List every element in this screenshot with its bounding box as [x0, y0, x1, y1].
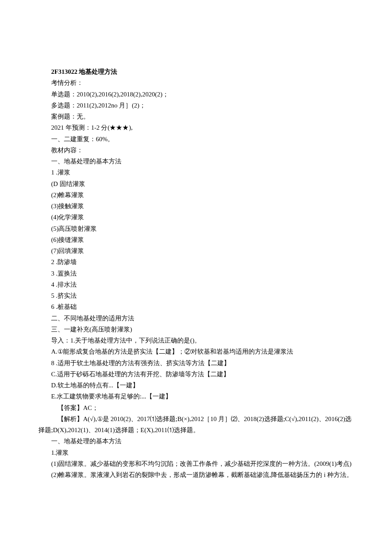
method-4: 4 .排水法 — [38, 279, 354, 290]
document-page: 2F313022 地基处理方法 考情分析： 单选题：2010(2),2016(2… — [0, 0, 392, 555]
analysis-line: 【解析】A(√),①是 2010(2)、2017⑴选择题;B(×),2012［1… — [38, 413, 354, 436]
option-c: C.适用于砂砾石地基处理的方法有开挖、防渗墙等方法【二建】 — [38, 369, 354, 380]
method-section-1-header: 一、地基处理的基本方法 — [38, 156, 354, 167]
grouting-header: 1 .灌浆 — [38, 167, 354, 178]
option-d: D.软土地基的特点有...【一建】 — [38, 380, 354, 391]
textbook-header: 教材内容： — [38, 145, 354, 156]
grouting-item-5: (5)高压喷射灌浆 — [38, 223, 354, 234]
repeat-section-1-header: 一、地基处理的基本方法 — [38, 436, 354, 447]
repeat-grouting-header: 1.灌浆 — [38, 447, 354, 458]
section-code-title: 2F313022 地基处理方法 — [38, 66, 354, 77]
grouting-item-7: (7)回填灌浆 — [38, 245, 354, 256]
overlap-line: 一、二建重复：60%。 — [38, 134, 354, 145]
method-section-3-header: 三、一建补充(高压喷射灌浆) — [38, 324, 354, 335]
answer-line: 【答案】AC； — [38, 402, 354, 413]
detail-2: (2)帷幕灌浆。浆液灌入到岩石的裂隙中去，形成一道防渗帷幕，截断基础渗流,降低基… — [38, 469, 354, 480]
grouting-item-1: (D 固结灌浆 — [38, 178, 354, 189]
grouting-item-4: (4)化学灌浆 — [38, 212, 354, 223]
case-line: 案例题：无。 — [38, 111, 354, 122]
grouting-item-2: (2)帷幕灌浆 — [38, 189, 354, 200]
grouting-item-6: (6)接缝灌浆 — [38, 234, 354, 245]
option-e: E.水工建筑物要求地基有足够的:...【一建】 — [38, 391, 354, 402]
grouting-item-3: (3)接触灌浆 — [38, 200, 354, 212]
method-section-2-header: 二、不同地基处理的适用方法 — [38, 313, 354, 324]
detail-1: (1)固结灌浆。减少基础的变形和不均匀沉陷；改善工作条件，减少基础开挖深度的一种… — [38, 458, 354, 469]
question-intro: 导入：1.关于地基处理方法中，下列说法正确的是()。 — [38, 335, 354, 346]
analysis-header: 考情分析： — [38, 77, 354, 88]
multi-choice-line: 多选题：2011(2),2012no 月］(2)； — [38, 100, 354, 111]
method-6: 6 .桩基础 — [38, 301, 354, 312]
predict-line: 2021 年预测：1-2 分(★★★), — [38, 122, 354, 133]
option-a: A.①能形成复合地基的方法是挤实法【二建】；②对软基和岩基均适用的方法是灌浆法 — [38, 346, 354, 357]
method-2: 2 .防渗墙 — [38, 256, 354, 267]
single-choice-line: 单选题：2010(2),2016(2),2018(2),2020(2)； — [38, 89, 354, 100]
method-3: 3 .置换法 — [38, 268, 354, 279]
method-5: 5 .挤实法 — [38, 290, 354, 301]
option-b: 8 .适用于软土地基处理的方法有强夯法、挤实法等方法【二建】 — [38, 357, 354, 369]
